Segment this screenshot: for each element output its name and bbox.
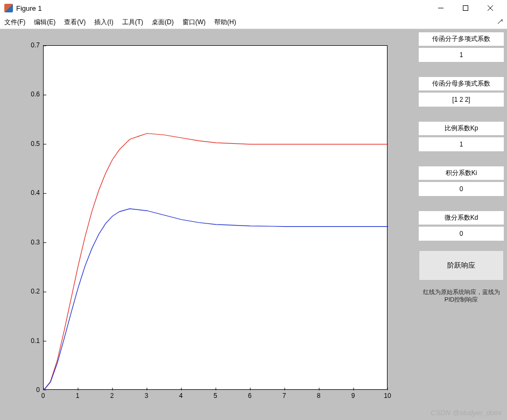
menu-desktop[interactable]: 桌面(D)	[152, 18, 174, 27]
control-panel: 传函分子多项式系数 1 传函分母多项式系数 [1 2 2] 比例系数Kp 1 积…	[416, 29, 507, 420]
y-tick-label: 0.2	[27, 288, 40, 295]
kp-label: 比例系数Kp	[419, 122, 504, 135]
ki-label: 积分系数Ki	[419, 166, 504, 180]
close-button[interactable]	[478, 0, 503, 16]
x-tick-label: 7	[283, 392, 286, 400]
y-tick-label: 0	[27, 386, 40, 394]
maximize-button[interactable]	[453, 0, 478, 16]
x-tick-label: 3	[145, 392, 149, 400]
series-line	[44, 209, 388, 390]
y-tick-label: 0.3	[27, 239, 40, 246]
numerator-label: 传函分子多项式系数	[419, 32, 504, 46]
x-tick-label: 6	[248, 392, 252, 400]
x-tick-label: 1	[76, 392, 80, 400]
svg-rect-0	[463, 6, 468, 11]
series-line	[44, 134, 388, 390]
y-tick-label: 0.1	[27, 337, 40, 345]
x-tick-label: 9	[351, 392, 355, 400]
x-tick-label: 0	[41, 392, 45, 400]
menu-file[interactable]: 文件(F)	[4, 18, 25, 27]
x-tick-label: 2	[110, 392, 114, 400]
legend-note: 红线为原始系统响应，蓝线为PID控制响应	[419, 286, 504, 304]
window-title: Figure 1	[16, 4, 42, 12]
toolbar-overflow-icon[interactable]	[497, 18, 503, 26]
kd-label: 微分系数Kd	[419, 211, 504, 225]
axes	[43, 45, 388, 390]
menu-tools[interactable]: 工具(T)	[122, 18, 143, 27]
denominator-label: 传函分母多项式系数	[419, 77, 504, 90]
x-tick-label: 10	[384, 392, 391, 400]
numerator-field[interactable]: 1	[419, 48, 504, 62]
y-tick-label: 0.6	[27, 90, 40, 98]
kp-field[interactable]: 1	[419, 137, 504, 151]
menu-view[interactable]: 查看(V)	[64, 18, 86, 27]
x-tick-label: 5	[214, 392, 217, 400]
matlab-icon	[4, 4, 13, 12]
menu-edit[interactable]: 编辑(E)	[34, 18, 55, 27]
minimize-button[interactable]	[428, 0, 453, 16]
menu-bar: 文件(F) 编辑(E) 查看(V) 插入(I) 工具(T) 桌面(D) 窗口(W…	[0, 16, 507, 29]
plot-panel: 01234567891000.10.20.30.40.50.60.7	[0, 29, 416, 420]
ki-field[interactable]: 0	[419, 182, 504, 196]
menu-window[interactable]: 窗口(W)	[182, 18, 206, 27]
menu-insert[interactable]: 插入(I)	[94, 18, 113, 27]
y-tick-label: 0.5	[27, 140, 40, 148]
kd-field[interactable]: 0	[419, 227, 504, 241]
title-bar: Figure 1	[0, 0, 507, 16]
menu-help[interactable]: 帮助(H)	[214, 18, 236, 27]
step-response-button[interactable]: 阶跃响应	[419, 250, 504, 281]
x-tick-label: 4	[179, 392, 183, 400]
denominator-field[interactable]: [1 2 2]	[419, 93, 504, 107]
y-tick-label: 0.4	[27, 189, 40, 197]
x-tick-label: 8	[317, 392, 321, 400]
y-tick-label: 0.7	[27, 41, 40, 49]
